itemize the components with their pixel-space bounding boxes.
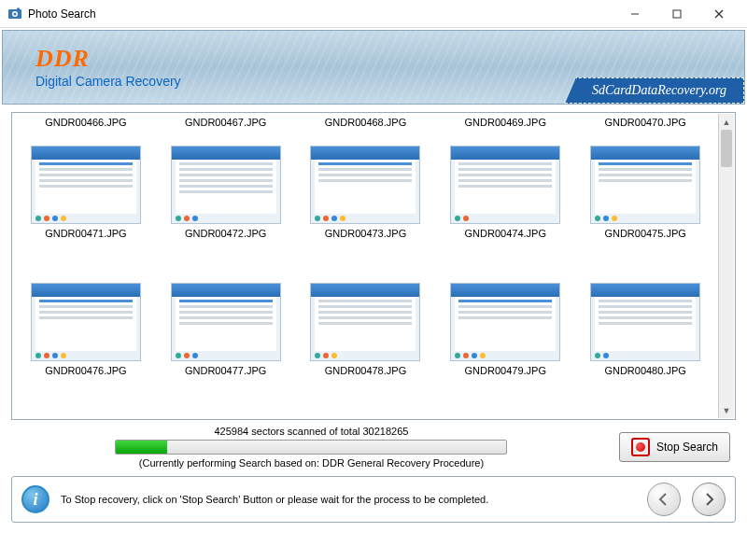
banner: DDR Digital Camera Recovery SdCardDataRe… — [2, 30, 745, 105]
progress-text: 425984 sectors scanned of total 30218265 — [17, 426, 606, 437]
footer-bar: i To Stop recovery, click on 'Stop Searc… — [11, 476, 736, 523]
thumbnail-image[interactable] — [310, 146, 420, 224]
forward-button[interactable] — [692, 483, 726, 516]
thumbnail-image[interactable] — [590, 146, 700, 224]
thumbnail-item[interactable]: GNDR00468.JPG — [296, 117, 436, 145]
footer-text: To Stop recovery, click on 'Stop Search'… — [61, 494, 636, 505]
thumbnail-name: GNDR00475.JPG — [604, 228, 685, 239]
progress-fill — [116, 441, 166, 454]
thumbnail-item[interactable]: GNDR00476.JPG — [16, 283, 156, 418]
thumbnail-item[interactable]: GNDR00478.JPG — [296, 283, 436, 418]
thumbnail-item[interactable]: GNDR00472.JPG — [156, 146, 296, 281]
thumbnail-name: GNDR00479.JPG — [465, 365, 546, 376]
thumbnail-item[interactable]: GNDR00467.JPG — [156, 117, 296, 145]
thumbnail-item[interactable]: GNDR00474.JPG — [435, 146, 575, 281]
progress-section: 425984 sectors scanned of total 30218265… — [11, 426, 736, 469]
close-button[interactable] — [698, 1, 740, 27]
back-button[interactable] — [647, 483, 681, 516]
window-controls — [613, 1, 740, 27]
thumbnail-item[interactable]: GNDR00469.JPG — [435, 117, 575, 145]
thumbnail-image[interactable] — [171, 146, 281, 224]
thumbnail-item[interactable]: GNDR00477.JPG — [156, 283, 296, 418]
thumbnail-name: GNDR00468.JPG — [325, 117, 406, 128]
thumbnail-name: GNDR00473.JPG — [325, 228, 406, 239]
thumbnail-name: GNDR00480.JPG — [604, 365, 685, 376]
chevron-left-icon — [656, 492, 671, 507]
logo-subtitle: Digital Camera Recovery — [35, 74, 181, 89]
thumbnail-grid: GNDR00466.JPG GNDR00467.JPG GNDR00468.JP… — [12, 113, 719, 419]
thumbnail-item[interactable]: GNDR00470.JPG — [575, 117, 715, 145]
window-title: Photo Search — [28, 7, 613, 21]
thumbnail-item[interactable]: GNDR00466.JPG — [16, 117, 156, 145]
thumbnail-image[interactable] — [31, 146, 141, 224]
thumbnail-name: GNDR00472.JPG — [185, 228, 266, 239]
thumbnail-item[interactable]: GNDR00471.JPG — [16, 146, 156, 281]
thumbnail-name: GNDR00478.JPG — [325, 365, 406, 376]
svg-point-2 — [14, 12, 17, 15]
thumbnail-panel: GNDR00466.JPG GNDR00467.JPG GNDR00468.JP… — [11, 112, 736, 420]
thumbnail-name: GNDR00467.JPG — [185, 117, 266, 128]
titlebar: Photo Search — [0, 0, 747, 28]
logo-text: DDR — [35, 47, 181, 71]
minimize-button[interactable] — [613, 1, 655, 27]
thumbnail-item[interactable]: GNDR00479.JPG — [435, 283, 575, 418]
scroll-track[interactable] — [719, 130, 734, 402]
scroll-down-icon[interactable]: ▼ — [719, 402, 734, 418]
thumbnail-item[interactable]: GNDR00480.JPG — [575, 283, 715, 418]
brand-logo: DDR Digital Camera Recovery — [35, 47, 181, 89]
maximize-button[interactable] — [655, 1, 698, 27]
thumbnail-name: GNDR00466.JPG — [45, 117, 126, 128]
scrollbar[interactable]: ▲ ▼ — [718, 114, 734, 418]
thumbnail-image[interactable] — [590, 283, 700, 361]
thumbnail-image[interactable] — [171, 283, 281, 361]
svg-rect-3 — [17, 7, 20, 9]
thumbnail-image[interactable] — [450, 146, 560, 224]
stop-button-label: Stop Search — [656, 441, 718, 454]
info-icon: i — [21, 485, 49, 513]
app-icon — [7, 7, 22, 21]
scroll-handle[interactable] — [721, 130, 732, 167]
progress-bar — [115, 440, 507, 455]
thumbnail-name: GNDR00469.JPG — [465, 117, 546, 128]
stop-search-button[interactable]: Stop Search — [619, 432, 730, 462]
thumbnail-image[interactable] — [31, 283, 141, 361]
thumbnail-name: GNDR00477.JPG — [185, 365, 266, 376]
thumbnail-image[interactable] — [450, 283, 560, 361]
site-badge: SdCardDataRecovery.org — [565, 77, 744, 104]
stop-icon — [631, 438, 650, 456]
thumbnail-name: GNDR00476.JPG — [45, 365, 126, 376]
thumbnail-image[interactable] — [310, 283, 420, 361]
thumbnail-name: GNDR00471.JPG — [45, 228, 126, 239]
thumbnail-item[interactable]: GNDR00475.JPG — [575, 146, 715, 281]
chevron-right-icon — [701, 492, 716, 507]
svg-rect-5 — [673, 10, 681, 18]
scroll-up-icon[interactable]: ▲ — [719, 114, 734, 130]
thumbnail-item[interactable]: GNDR00473.JPG — [296, 146, 436, 281]
thumbnail-name: GNDR00474.JPG — [465, 228, 546, 239]
progress-subtext: (Currently performing Search based on: D… — [17, 457, 606, 469]
thumbnail-name: GNDR00470.JPG — [604, 117, 685, 128]
